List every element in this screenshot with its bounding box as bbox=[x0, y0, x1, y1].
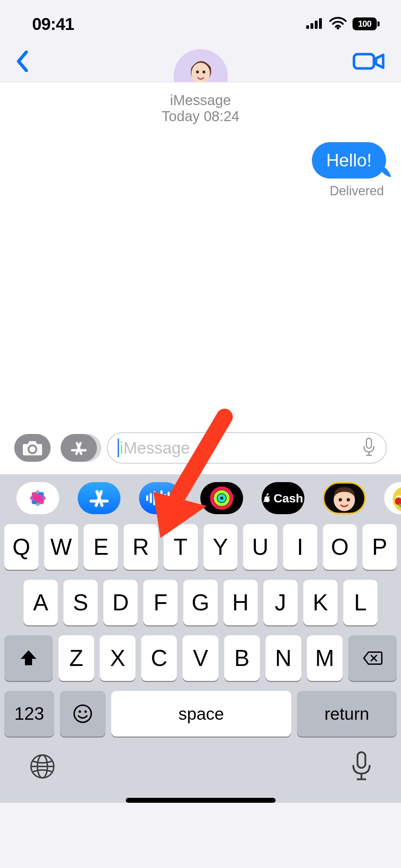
key-e[interactable]: E bbox=[84, 524, 118, 570]
svg-rect-1 bbox=[310, 23, 313, 29]
key-y[interactable]: Y bbox=[204, 524, 238, 570]
cellular-icon bbox=[306, 17, 323, 30]
key-a[interactable]: A bbox=[24, 580, 58, 625]
photos-app-icon[interactable] bbox=[16, 482, 59, 514]
dictation-icon[interactable] bbox=[362, 438, 376, 458]
apple-cash-app-icon[interactable]: Cash bbox=[262, 482, 304, 514]
text-caret bbox=[118, 439, 119, 457]
key-z[interactable]: Z bbox=[58, 635, 94, 681]
svg-rect-2 bbox=[315, 21, 318, 29]
svg-point-55 bbox=[84, 711, 87, 713]
thread-timestamp: iMessage Today 08:24 bbox=[15, 92, 386, 124]
home-indicator[interactable] bbox=[126, 798, 276, 803]
key-b[interactable]: B bbox=[224, 635, 260, 681]
svg-rect-19 bbox=[366, 438, 371, 448]
key-x[interactable]: X bbox=[100, 635, 135, 681]
key-k[interactable]: K bbox=[303, 580, 338, 625]
key-o[interactable]: O bbox=[323, 524, 357, 570]
message-placeholder: iMessage bbox=[120, 438, 190, 458]
numbers-key[interactable]: 123 bbox=[4, 691, 54, 737]
message-input[interactable]: iMessage bbox=[107, 432, 387, 464]
svg-rect-0 bbox=[306, 25, 309, 29]
svg-point-8 bbox=[196, 71, 199, 73]
key-p[interactable]: P bbox=[363, 524, 397, 570]
status-time: 09:41 bbox=[32, 14, 74, 34]
svg-point-53 bbox=[74, 705, 91, 722]
key-h[interactable]: H bbox=[223, 580, 258, 625]
key-j[interactable]: J bbox=[263, 580, 298, 625]
key-g[interactable]: G bbox=[183, 580, 217, 625]
key-v[interactable]: V bbox=[182, 635, 218, 681]
keyboard: Cash Q W E R T Y U I O P A S D F G H bbox=[0, 474, 401, 803]
battery-icon: 100 bbox=[353, 17, 380, 30]
microphone-icon[interactable] bbox=[350, 751, 372, 784]
keyboard-row-3: Z X C V B N M bbox=[4, 635, 397, 681]
svg-point-4 bbox=[337, 27, 339, 30]
conversation-header: Jovana bbox=[0, 48, 401, 82]
key-f[interactable]: F bbox=[143, 580, 178, 625]
fitness-app-icon[interactable] bbox=[200, 482, 243, 514]
emoji-key[interactable] bbox=[60, 691, 106, 737]
svg-point-44 bbox=[219, 495, 225, 501]
imessage-app-strip[interactable]: Cash bbox=[0, 474, 401, 522]
key-c[interactable]: C bbox=[141, 635, 177, 681]
key-r[interactable]: R bbox=[124, 524, 158, 570]
svg-point-47 bbox=[347, 498, 350, 501]
svg-point-46 bbox=[339, 498, 342, 501]
key-i[interactable]: I bbox=[283, 524, 317, 570]
key-s[interactable]: S bbox=[63, 580, 98, 625]
service-label: iMessage bbox=[15, 92, 386, 108]
globe-icon[interactable] bbox=[29, 753, 56, 782]
svg-point-43 bbox=[215, 492, 228, 505]
backspace-key[interactable] bbox=[348, 635, 397, 681]
keyboard-row-2: A S D F G H J K L bbox=[4, 580, 397, 625]
svg-point-7 bbox=[191, 63, 210, 84]
status-bar: 09:41 100 bbox=[0, 0, 401, 48]
memoji-app-icon[interactable] bbox=[323, 482, 366, 514]
return-key[interactable]: return bbox=[297, 691, 397, 737]
key-w[interactable]: W bbox=[44, 524, 78, 570]
audio-messages-app-icon[interactable] bbox=[139, 482, 182, 514]
keyboard-row-4: 123 space return bbox=[4, 691, 397, 737]
time-label: 08:24 bbox=[204, 108, 239, 124]
shift-key[interactable] bbox=[4, 635, 53, 681]
key-d[interactable]: D bbox=[103, 580, 138, 625]
key-t[interactable]: T bbox=[164, 524, 198, 570]
key-l[interactable]: L bbox=[343, 580, 377, 625]
svg-rect-49 bbox=[396, 496, 401, 497]
svg-point-54 bbox=[79, 711, 81, 713]
space-key[interactable]: space bbox=[111, 691, 291, 737]
key-u[interactable]: U bbox=[243, 524, 277, 570]
compose-bar: iMessage bbox=[0, 432, 401, 474]
camera-button[interactable] bbox=[14, 434, 51, 462]
apple-cash-label: Cash bbox=[273, 491, 303, 505]
wifi-icon bbox=[329, 17, 347, 31]
date-label: Today bbox=[162, 108, 200, 124]
message-text: Hello! bbox=[326, 150, 372, 170]
conversation-area[interactable]: iMessage Today 08:24 Hello! Delivered iM… bbox=[0, 82, 401, 474]
key-m[interactable]: M bbox=[307, 635, 343, 681]
key-n[interactable]: N bbox=[266, 635, 301, 681]
app-store-app-icon[interactable] bbox=[78, 482, 120, 514]
animoji-app-icon[interactable] bbox=[384, 482, 401, 514]
svg-rect-3 bbox=[319, 18, 322, 29]
keyboard-row-1: Q W E R T Y U I O P bbox=[4, 524, 397, 570]
svg-rect-59 bbox=[358, 752, 365, 768]
svg-point-9 bbox=[202, 71, 205, 73]
key-q[interactable]: Q bbox=[4, 524, 38, 570]
apps-toggle-button[interactable] bbox=[61, 434, 97, 462]
battery-level: 100 bbox=[353, 17, 377, 30]
message-bubble-sent[interactable]: Hello! bbox=[312, 142, 386, 179]
delivery-status: Delivered bbox=[15, 184, 386, 198]
